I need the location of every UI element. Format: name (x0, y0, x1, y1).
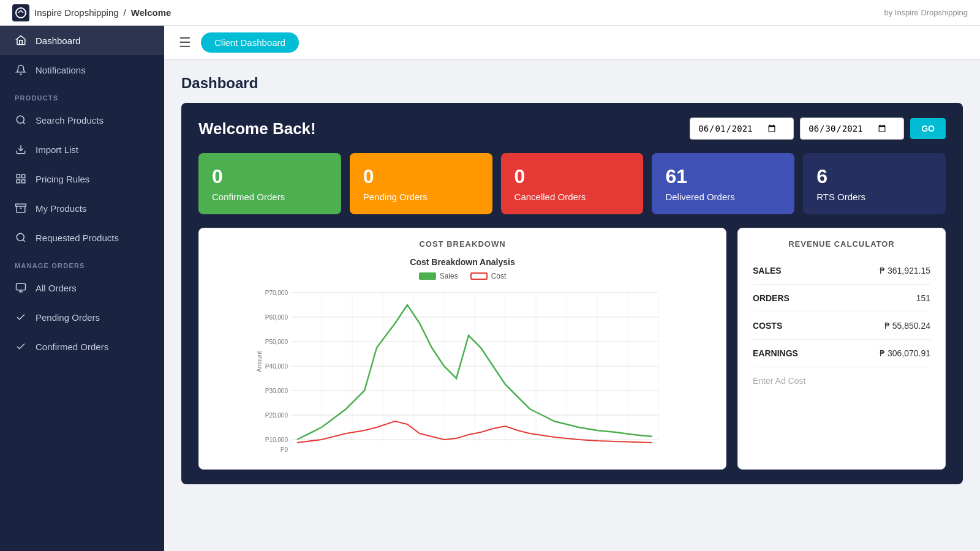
grid-icon (15, 173, 27, 185)
sidebar-item-requested-products[interactable]: Requested Products (0, 223, 164, 252)
chart-svg: P70,000 P60,000 P50,000 P40,000 P30,000 … (211, 287, 714, 458)
sidebar-label-all-orders: All Orders (36, 283, 77, 293)
svg-rect-6 (22, 180, 25, 183)
revenue-panel: REVENUE CALCULATOR SALES ₱ 361,921.15 OR… (737, 228, 946, 470)
svg-line-11 (23, 239, 24, 241)
sidebar-label-dashboard: Dashboard (36, 36, 80, 46)
svg-text:P50,000: P50,000 (265, 339, 288, 345)
main-layout: Dashboard Notifications PRODUCTS Search … (0, 26, 980, 551)
sidebar-item-confirmed-orders[interactable]: Confirmed Orders (0, 332, 164, 361)
download-icon (15, 143, 27, 156)
costs-value: ₱ 55,850.24 (884, 321, 930, 331)
svg-text:P20,000: P20,000 (265, 412, 288, 419)
confirmed-orders-number: 0 (212, 165, 328, 188)
svg-text:Amount: Amount (256, 351, 263, 372)
bell-icon (15, 64, 27, 76)
sidebar-item-my-products[interactable]: My Products (0, 193, 164, 223)
order-card-pending[interactable]: 0 Pending Orders (350, 153, 492, 214)
chart-legend: Sales Cost (211, 272, 714, 280)
revenue-row-orders: ORDERS 151 (753, 285, 930, 312)
order-card-delivered[interactable]: 61 Delivered Orders (652, 153, 794, 214)
earnings-label: EARNINGS (753, 348, 798, 358)
topbar-left: Inspire Dropshipping / Welcome (12, 4, 171, 21)
hamburger-icon[interactable]: ☰ (179, 35, 191, 51)
page-content: Dashboard Welcome Back! GO (164, 60, 980, 551)
sales-value: ₱ 361,921.15 (880, 266, 930, 276)
search2-icon (15, 231, 27, 244)
delivered-orders-number: 61 (665, 165, 781, 188)
order-card-rts[interactable]: 6 RTS Orders (803, 153, 946, 214)
lower-section: COST BREAKDOWN Cost Breakdown Analysis S… (198, 228, 946, 470)
cancelled-orders-number: 0 (514, 165, 630, 188)
client-dashboard-button[interactable]: Client Dashboard (201, 32, 299, 53)
monitor-icon (15, 282, 27, 294)
svg-point-0 (16, 8, 26, 18)
rts-orders-number: 6 (816, 165, 932, 188)
svg-text:P30,000: P30,000 (265, 388, 288, 394)
cost-breakdown-panel: COST BREAKDOWN Cost Breakdown Analysis S… (198, 228, 726, 470)
svg-rect-5 (22, 174, 25, 178)
go-button[interactable]: GO (910, 118, 946, 139)
welcome-text: Welcome Back! (198, 119, 316, 138)
search-icon (15, 114, 27, 126)
revenue-row-costs: COSTS ₱ 55,850.24 (753, 312, 930, 340)
sub-topbar: ☰ Client Dashboard (164, 26, 980, 60)
chart-area: P70,000 P60,000 P50,000 P40,000 P30,000 … (211, 287, 714, 458)
panel-header: Welcome Back! GO (198, 118, 946, 140)
order-card-cancelled[interactable]: 0 Cancelled Orders (501, 153, 644, 214)
breadcrumb-separator: / (124, 7, 126, 18)
order-cards: 0 Confirmed Orders 0 Pending Orders 0 Ca… (198, 153, 946, 214)
topbar-right-label: by Inspire Dropshipping (884, 8, 968, 17)
revenue-row-sales: SALES ₱ 361,921.15 (753, 257, 930, 285)
pending-orders-label: Pending Orders (363, 192, 479, 202)
check2-icon (15, 340, 27, 353)
sidebar-item-pricing-rules[interactable]: Pricing Rules (0, 164, 164, 193)
legend-cost-label: Cost (491, 272, 507, 280)
date-to-wrapper (800, 118, 904, 140)
legend-sales-color (419, 272, 436, 280)
svg-point-10 (17, 233, 24, 241)
sidebar-label-notifications: Notifications (36, 65, 86, 75)
rts-orders-label: RTS Orders (816, 192, 932, 202)
sidebar-item-dashboard[interactable]: Dashboard (0, 26, 164, 55)
confirmed-orders-label: Confirmed Orders (212, 192, 328, 202)
delivered-orders-label: Delivered Orders (665, 192, 781, 202)
chart-title: Cost Breakdown Analysis (211, 257, 714, 267)
svg-text:P70,000: P70,000 (265, 290, 288, 296)
costs-label: COSTS (753, 321, 782, 331)
orders-value: 151 (916, 293, 930, 303)
sidebar-label-search-products: Search Products (36, 115, 104, 126)
date-to-input[interactable] (808, 123, 888, 134)
legend-sales: Sales (419, 272, 458, 280)
sidebar-item-pending-orders[interactable]: Pending Orders (0, 302, 164, 332)
svg-rect-4 (17, 174, 20, 178)
home-icon (15, 34, 27, 47)
brand-name: Inspire Dropshipping (34, 7, 119, 18)
svg-text:P0: P0 (281, 446, 288, 453)
order-card-confirmed[interactable]: 0 Confirmed Orders (198, 153, 341, 214)
earnings-value: ₱ 306,070.91 (880, 348, 930, 358)
date-controls: GO (690, 118, 946, 140)
ad-cost-label: Enter Ad Cost (753, 376, 805, 386)
sidebar-item-all-orders[interactable]: All Orders (0, 273, 164, 302)
sidebar-label-my-products: My Products (36, 203, 86, 214)
sidebar-item-search-products[interactable]: Search Products (0, 105, 164, 135)
revenue-row-ad-cost: Enter Ad Cost (753, 367, 930, 394)
legend-cost: Cost (470, 272, 507, 280)
sidebar-label-pricing-rules: Pricing Rules (36, 174, 89, 184)
sidebar-item-notifications[interactable]: Notifications (0, 55, 164, 84)
sidebar: Dashboard Notifications PRODUCTS Search … (0, 26, 164, 551)
main-content: ☰ Client Dashboard Dashboard Welcome Bac… (164, 26, 980, 551)
sidebar-section-products: PRODUCTS (0, 84, 164, 105)
sidebar-item-import-list[interactable]: Import List (0, 135, 164, 164)
date-from-wrapper (690, 118, 794, 140)
date-from-input[interactable] (698, 123, 777, 134)
revenue-title: REVENUE CALCULATOR (753, 239, 930, 249)
pending-orders-number: 0 (363, 165, 479, 188)
sidebar-label-confirmed-orders: Confirmed Orders (36, 342, 108, 352)
sidebar-label-pending-orders: Pending Orders (36, 312, 100, 323)
sidebar-label-import-list: Import List (36, 144, 78, 155)
svg-point-1 (17, 116, 24, 123)
svg-rect-12 (17, 283, 26, 290)
svg-text:P40,000: P40,000 (265, 363, 288, 370)
